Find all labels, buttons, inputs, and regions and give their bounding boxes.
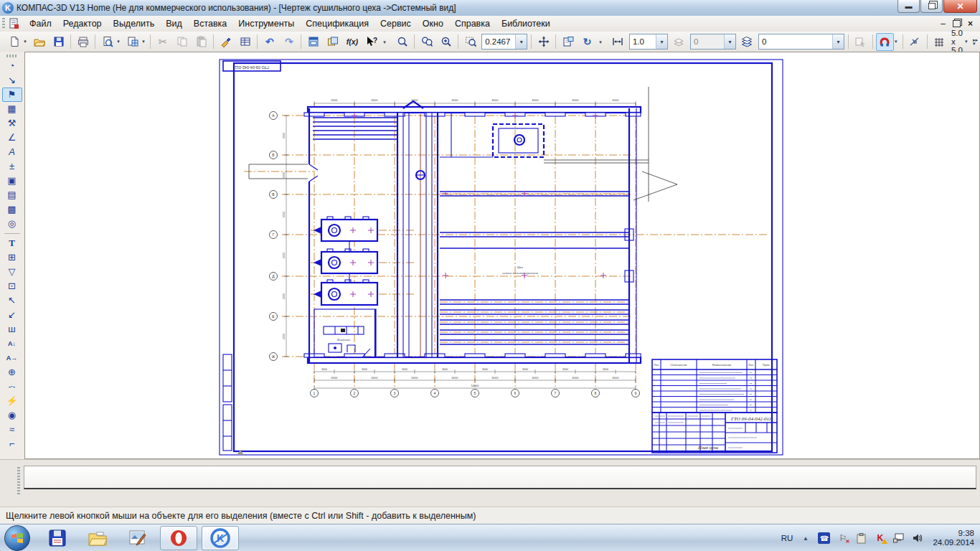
palette-section-line-tool[interactable]: A↓: [2, 336, 22, 351]
palette-position-leader-tool[interactable]: ↙: [2, 308, 22, 322]
show-all-button[interactable]: [559, 33, 577, 51]
palette-views-panel[interactable]: ▣: [2, 174, 22, 188]
network-tray-icon[interactable]: [892, 532, 905, 544]
menu-help[interactable]: Справка: [449, 17, 496, 30]
save-button[interactable]: [50, 33, 67, 51]
palette-editing-panel[interactable]: ⚒: [2, 116, 22, 131]
menu-specification[interactable]: Спецификация: [300, 17, 374, 30]
menu-view[interactable]: Вид: [160, 17, 188, 30]
menu-service[interactable]: Сервис: [374, 17, 417, 30]
taskbar-clock[interactable]: 9:38 24.09.2014: [933, 529, 974, 547]
mdi-minimize-button[interactable]: –: [941, 19, 946, 28]
print-button[interactable]: [74, 33, 92, 51]
variables-window-button[interactable]: [304, 33, 322, 51]
palette-wavy-line-tool[interactable]: ≈: [2, 423, 22, 437]
mdi-close-button[interactable]: ×: [968, 19, 973, 28]
palette-leader-tool[interactable]: ↖: [2, 293, 22, 308]
layers-up-button[interactable]: [670, 33, 688, 51]
menu-editor[interactable]: Редактор: [57, 17, 108, 30]
close-button[interactable]: ✕: [943, 0, 977, 13]
cursor-step-button[interactable]: [609, 33, 627, 51]
menu-libraries[interactable]: Библиотеки: [496, 17, 556, 30]
paste-button[interactable]: [192, 33, 210, 51]
menu-file[interactable]: Файл: [24, 17, 57, 30]
preview-button[interactable]: [98, 33, 116, 51]
zoom-frame-button[interactable]: [393, 33, 411, 51]
palette-geometry-panel[interactable]: ◔: [2, 59, 22, 73]
snap-button[interactable]: [876, 33, 894, 51]
ortho-button[interactable]: [906, 33, 924, 51]
panel-grip[interactable]: [6, 55, 18, 57]
palette-datum-tool[interactable]: ⊡: [2, 279, 22, 293]
pan-button[interactable]: [534, 33, 552, 51]
taskbar-save-shortcut[interactable]: [39, 527, 75, 550]
new-document-button[interactable]: [5, 33, 23, 51]
insert-fragment-button[interactable]: [123, 33, 141, 51]
language-indicator[interactable]: RU: [781, 534, 793, 542]
show-hidden-icons[interactable]: ▲: [799, 532, 811, 544]
toolbar-overflow[interactable]: ▾: [383, 40, 386, 44]
menu-select[interactable]: Выделить: [108, 17, 161, 30]
cut-button[interactable]: ✂: [154, 33, 171, 51]
taskbar-paint[interactable]: [120, 527, 156, 550]
copy-button[interactable]: [173, 33, 191, 51]
action-center-tray-icon[interactable]: ⚐✕: [837, 532, 849, 544]
new-dropdown[interactable]: ▾: [24, 39, 29, 44]
palette-table-tool[interactable]: ⊞: [2, 250, 22, 265]
taskbar-explorer[interactable]: [80, 527, 116, 550]
rebuild-button[interactable]: ↻: [578, 33, 596, 51]
dialer-tray-icon[interactable]: ☎: [818, 532, 830, 544]
property-bar-grip[interactable]: [17, 467, 20, 496]
volume-tray-icon[interactable]: [911, 532, 923, 544]
spec-table-button[interactable]: [236, 33, 254, 51]
grid-button[interactable]: [930, 33, 948, 51]
context-help-button[interactable]: ?: [362, 33, 380, 51]
snap-dropdown[interactable]: ▾: [895, 39, 900, 44]
palette-measure-panel[interactable]: A: [2, 145, 22, 159]
zoom-combo[interactable]: 0.2467▾: [481, 34, 527, 50]
zoom-scale-button[interactable]: [437, 33, 455, 51]
view-combo[interactable]: 0▾: [758, 34, 844, 50]
format-painter-button[interactable]: [217, 33, 235, 51]
palette-spec-panel[interactable]: ▩: [2, 202, 22, 217]
window-titlebar[interactable]: K КОМПАС-3D V13 Home (Не для коммерческо…: [0, 0, 980, 17]
taskbar-opera[interactable]: [160, 526, 197, 550]
palette-view-arrow-tool[interactable]: A→: [2, 351, 22, 365]
palette-reports-panel[interactable]: ◎: [2, 217, 22, 231]
state-toolbar-overflow[interactable]: ▸▸▾: [973, 38, 978, 45]
palette-dimensions-panel[interactable]: ↘: [2, 73, 22, 88]
insert-dropdown[interactable]: ▾: [142, 39, 148, 44]
copy-properties-button[interactable]: [852, 33, 870, 51]
palette-designations-psp-panel[interactable]: ▦: [2, 102, 22, 116]
start-button[interactable]: [4, 525, 30, 551]
undo-button[interactable]: ↶: [260, 33, 278, 51]
palette-parametrization-panel[interactable]: ∠: [2, 131, 22, 145]
palette-weld-tool[interactable]: ш: [2, 322, 22, 336]
palette-selection-panel[interactable]: ±: [2, 159, 22, 174]
open-button[interactable]: [30, 33, 48, 51]
palette-text-tool[interactable]: T: [2, 236, 22, 250]
kaspersky-tray-icon[interactable]: K: [874, 532, 886, 544]
palette-auto-axis-tool[interactable]: ⚡: [2, 394, 22, 408]
clipboard-tray-icon[interactable]: [855, 532, 867, 544]
restore-button[interactable]: [920, 0, 943, 13]
menu-insert[interactable]: Вставка: [188, 17, 232, 30]
menu-window[interactable]: Окно: [417, 17, 449, 30]
menu-tools[interactable]: Инструменты: [232, 17, 300, 30]
layers-button[interactable]: [738, 33, 756, 51]
palette-centerline-tool[interactable]: -·-: [2, 380, 22, 394]
preview-dropdown[interactable]: ▾: [117, 39, 123, 44]
step-combo[interactable]: 1.0▾: [629, 34, 668, 50]
fx-button[interactable]: f(x): [343, 33, 361, 51]
palette-designations-panel[interactable]: ⚑: [2, 88, 22, 102]
palette-center-mark-tool[interactable]: ◉: [2, 408, 22, 423]
drawing-canvas[interactable]: ГТО 09-04-042-011: [24, 52, 980, 459]
mdi-restore-button[interactable]: [953, 20, 961, 27]
taskbar-kompas[interactable]: K: [202, 526, 239, 550]
object-manager-button[interactable]: [324, 33, 341, 51]
redo-button[interactable]: ↷: [280, 33, 298, 51]
grid-dropdown[interactable]: ▾: [965, 39, 971, 44]
palette-break-line-tool[interactable]: ⌐: [2, 437, 22, 451]
view-toolbar-overflow[interactable]: ▾: [599, 40, 602, 44]
layer-combo[interactable]: 0▾: [690, 34, 736, 50]
